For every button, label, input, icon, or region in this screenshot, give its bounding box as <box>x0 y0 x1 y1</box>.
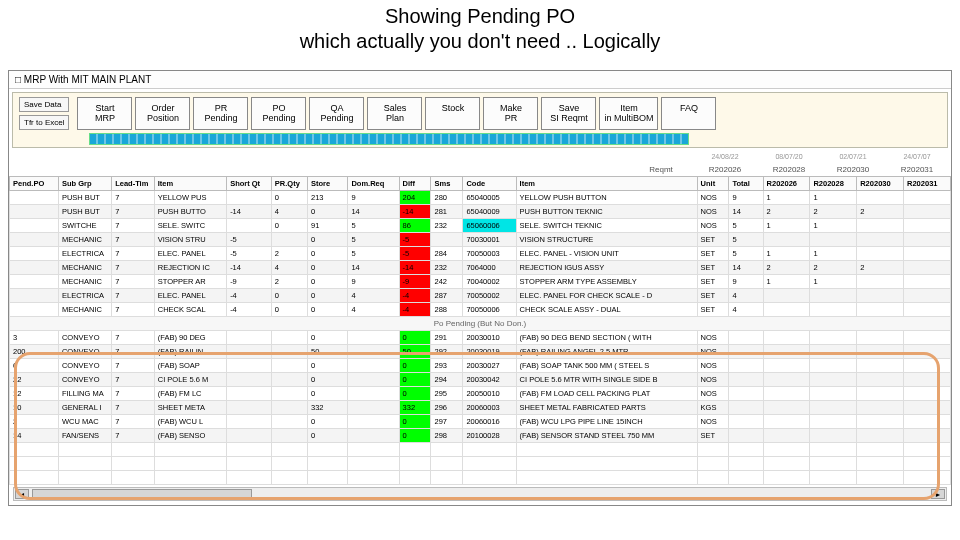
toolbar-button-make-pr[interactable]: MakePR <box>483 97 538 130</box>
toolbar-button-qa-pending[interactable]: QAPending <box>309 97 364 130</box>
scroll-thumb[interactable] <box>32 489 252 499</box>
toolbar-button-start-mrp[interactable]: StartMRP <box>77 97 132 130</box>
slide-title: Showing Pending PO which actually you do… <box>0 0 960 64</box>
table-row[interactable]: 3CONVEYO7(FAB) 90 DEG0029120030010(FAB) … <box>10 331 951 345</box>
col-sms[interactable]: Sms <box>431 177 463 191</box>
toolbar-button-order-position[interactable]: OrderPosition <box>135 97 190 130</box>
table-row[interactable]: 200CONVEYO7(FAB) RAILIN505029220030019(F… <box>10 345 951 359</box>
toolbar-button-pr-pending[interactable]: PRPending <box>193 97 248 130</box>
col-store[interactable]: Store <box>308 177 348 191</box>
save-data-button[interactable]: Save Data <box>19 97 69 112</box>
table-row[interactable]: 6CONVEYO7(FAB) SOAP0029320030027(FAB) SO… <box>10 359 951 373</box>
window-titlebar: □ MRP With MIT MAIN PLANT <box>9 71 951 89</box>
section-divider: Po Pending (But No Don.) <box>10 317 951 331</box>
progress-bar <box>89 133 689 145</box>
table-row[interactable]: MECHANIC7STOPPER AR-9209-924270040002STO… <box>10 275 951 289</box>
table-row[interactable]: SWITCHE7SELE. SWITC09158623265060006SELE… <box>10 219 951 233</box>
req-labels: ReqmtR202026R202028R202030R202031 <box>9 163 951 176</box>
col-unit[interactable]: Unit <box>697 177 729 191</box>
table-row[interactable]: MECHANIC7VISION STRU-505-570030001VISION… <box>10 233 951 247</box>
req-dates: 24/08/2208/07/2002/07/2124/07/07 <box>9 151 951 162</box>
table-row[interactable]: 12FILLING MA7(FAB) FM LC0029520050010(FA… <box>10 387 951 401</box>
table-row[interactable]: PUSH BUT7PUSH BUTTO-144014-1428165040009… <box>10 205 951 219</box>
scroll-left-arrow[interactable]: ◄ <box>15 489 29 499</box>
col-item[interactable]: Item <box>154 177 226 191</box>
table-row-empty <box>10 443 951 457</box>
col-short-qt[interactable]: Short Qt <box>227 177 272 191</box>
app-icon: □ <box>15 74 21 85</box>
toolbar-button-stock[interactable]: Stock <box>425 97 480 130</box>
col-r202031[interactable]: R202031 <box>904 177 951 191</box>
col-r202030[interactable]: R202030 <box>857 177 904 191</box>
col-total[interactable]: Total <box>729 177 763 191</box>
table-row[interactable]: MECHANIC7CHECK SCAL-4004-428870050006CHE… <box>10 303 951 317</box>
table-row[interactable]: 22CONVEYO7CI POLE 5.6 M0029420030042CI P… <box>10 373 951 387</box>
table-header-row: Pend.POSub GrpLead-TimItemShort QtPR.Qty… <box>10 177 951 191</box>
table-row[interactable]: MECHANIC7REJECTION IC-144014-14232706400… <box>10 261 951 275</box>
col-code[interactable]: Code <box>463 177 516 191</box>
toolbar-button-save-si-reqmt[interactable]: SaveSI Reqmt <box>541 97 596 130</box>
col-item[interactable]: Item <box>516 177 697 191</box>
col-pr-qty[interactable]: PR.Qty <box>271 177 307 191</box>
col-sub-grp[interactable]: Sub Grp <box>58 177 111 191</box>
col-r202028[interactable]: R202028 <box>810 177 857 191</box>
col-dom-req[interactable]: Dom.Req <box>348 177 399 191</box>
toolbar-button-sales-plan[interactable]: SalesPlan <box>367 97 422 130</box>
table-row[interactable]: PUSH BUT7YELLOW PUS0213920428065040005YE… <box>10 191 951 205</box>
toolbar-button-item-in-multibom[interactable]: Itemin MultiBOM <box>599 97 658 130</box>
toolbar: Save Data Tfr to Excel StartMRPOrderPosi… <box>12 92 948 148</box>
app-window: □ MRP With MIT MAIN PLANT Save Data Tfr … <box>8 70 952 506</box>
col-pend-po[interactable]: Pend.PO <box>10 177 59 191</box>
col-diff[interactable]: Diff <box>399 177 431 191</box>
table-row[interactable]: 2WCU MAC7(FAB) WCU L0029720060016(FAB) W… <box>10 415 951 429</box>
horizontal-scrollbar[interactable]: ◄ ► <box>13 487 947 501</box>
scroll-right-arrow[interactable]: ► <box>931 489 945 499</box>
data-table[interactable]: Pend.POSub GrpLead-TimItemShort QtPR.Qty… <box>9 176 951 485</box>
toolbar-button-faq[interactable]: FAQ <box>661 97 716 130</box>
col-lead-tim[interactable]: Lead-Tim <box>112 177 155 191</box>
tfr-excel-button[interactable]: Tfr to Excel <box>19 115 69 130</box>
toolbar-button-po-pending[interactable]: POPending <box>251 97 306 130</box>
table-row-empty <box>10 471 951 485</box>
table-row[interactable]: ELECTRICA7ELEC. PANEL-4004-428770050002E… <box>10 289 951 303</box>
table-row[interactable]: 10GENERAL I7SHEET META33233229620060003S… <box>10 401 951 415</box>
table-row-empty <box>10 457 951 471</box>
table-row[interactable]: 14FAN/SENS7(FAB) SENSO0029820100028(FAB)… <box>10 429 951 443</box>
table-row[interactable]: ELECTRICA7ELEC. PANEL-5205-528470050003E… <box>10 247 951 261</box>
col-r202026[interactable]: R202026 <box>763 177 810 191</box>
